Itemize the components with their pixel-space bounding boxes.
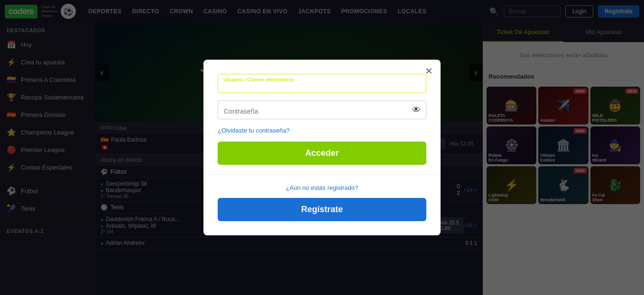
modal-overlay[interactable]: ✕ Usuario / Correo electrónico 👁 ¿Olvida… <box>0 0 644 295</box>
acceder-button[interactable]: Acceder <box>218 142 426 165</box>
registrate-button[interactable]: Regístrate <box>218 198 426 221</box>
login-modal: ✕ Usuario / Correo electrónico 👁 ¿Olvida… <box>203 60 441 235</box>
password-input-group: 👁 <box>218 100 426 119</box>
forgot-password-link[interactable]: ¿Olvidaste tu contraseña? <box>218 127 426 134</box>
modal-divider <box>203 174 441 175</box>
username-label: Usuario / Correo electrónico <box>223 77 294 82</box>
password-input[interactable] <box>218 100 426 119</box>
eye-icon[interactable]: 👁 <box>412 105 421 115</box>
username-input-group: Usuario / Correo electrónico <box>218 74 426 93</box>
not-registered-link[interactable]: ¿Aún no estás registrado? <box>218 184 426 191</box>
